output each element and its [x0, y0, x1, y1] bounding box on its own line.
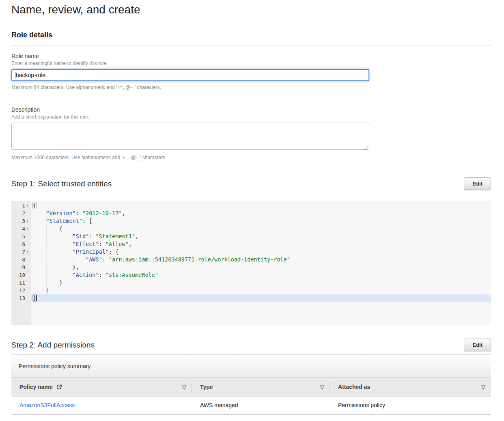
code-line: }: [31, 279, 491, 287]
fold-caret-icon[interactable]: ▾: [25, 219, 31, 223]
line-number: 1▾: [11, 202, 31, 209]
column-label: Type: [200, 384, 213, 390]
step1-heading: Step 1: Select trusted entities: [11, 179, 112, 188]
editor-gutter: 1▾23▾4▾567▾8910111213: [11, 201, 31, 325]
filter-triangle-icon[interactable]: ▽: [481, 384, 485, 390]
code-line: "AWS": "arn:aws:iam::541263489771:role/w…: [31, 256, 491, 263]
line-number: 8: [11, 256, 31, 263]
policy-link[interactable]: AmazonS3FullAccess: [19, 402, 75, 408]
trust-policy-json-editor[interactable]: 1▾23▾4▾567▾8910111213 { "Version": "2012…: [11, 201, 491, 325]
code-line: "Version": "2012-10-17",: [31, 209, 491, 217]
code-line: "Sid": "Statement1",: [31, 233, 491, 240]
filter-triangle-icon[interactable]: ▽: [182, 384, 186, 390]
code-line: {: [31, 225, 491, 233]
line-number: 5: [11, 233, 31, 240]
text-cursor: [36, 295, 37, 301]
code-line: "Action": "sts:AssumeRole": [31, 271, 491, 279]
policy-table-header: Policy name ▽ Type ▽ Attached a: [11, 378, 491, 397]
code-line: "Statement": [: [31, 217, 491, 225]
cell-attached-as: Permissions policy: [330, 397, 491, 414]
description-field: Description Add a short explanation for …: [11, 106, 491, 160]
column-label: Attached as: [338, 384, 370, 390]
code-line: {: [31, 202, 491, 209]
permissions-panel: Permissions policy summary Policy name ▽…: [11, 354, 491, 415]
step2-section: Step 2: Add permissions Edit Permissions…: [11, 339, 491, 415]
external-link-icon: [56, 384, 62, 390]
line-number: 4▾: [11, 225, 31, 233]
line-number: 11: [11, 279, 31, 287]
line-number: 7▾: [11, 248, 31, 256]
column-header-attached-as[interactable]: Attached as ▽: [330, 378, 491, 396]
code-line: },: [31, 263, 491, 271]
policy-table-body: AmazonS3FullAccessAWS managedPermissions…: [11, 397, 491, 415]
permissions-panel-title: Permissions policy summary: [11, 355, 491, 378]
fold-caret-icon[interactable]: ▾: [25, 250, 31, 254]
description-label: Description: [11, 106, 491, 113]
page: Name, review, and create Role details Ro…: [11, 3, 491, 415]
code-line: "Principal": {: [31, 248, 491, 256]
line-number: 12: [11, 287, 31, 294]
filter-triangle-icon[interactable]: ▽: [320, 384, 324, 390]
code-line: "Effect": "Allow",: [31, 240, 491, 248]
role-name-input[interactable]: [11, 69, 369, 81]
description-textarea[interactable]: [11, 123, 369, 150]
step1-edit-button[interactable]: Edit: [464, 177, 491, 190]
role-name-constraint: Maximum 64 characters. Use alphanumeric …: [11, 84, 491, 90]
role-details-heading: Role details: [11, 31, 491, 39]
role-name-field: Role name Enter a meaningful name to ide…: [11, 53, 491, 90]
fold-caret-icon[interactable]: ▾: [25, 227, 31, 231]
divider: [11, 45, 491, 45]
code-line: ]: [31, 287, 491, 294]
text-cursor: [15, 72, 15, 78]
page-title: Name, review, and create: [11, 3, 491, 16]
column-header-type[interactable]: Type ▽: [192, 378, 330, 396]
role-name-help: Enter a meaningful name to identify this…: [11, 60, 491, 66]
column-header-policy-name[interactable]: Policy name ▽: [11, 378, 192, 396]
line-number: 6: [11, 240, 31, 248]
fold-caret-icon[interactable]: ▾: [25, 204, 31, 207]
description-constraint: Maximum 1000 characters. Use alphanumeri…: [11, 155, 491, 160]
description-help: Add a short explanation for this role.: [11, 114, 491, 120]
step2-heading: Step 2: Add permissions: [11, 341, 95, 350]
line-number: 13: [11, 294, 31, 302]
line-number: 2: [11, 209, 31, 217]
table-row: AmazonS3FullAccessAWS managedPermissions…: [11, 397, 491, 415]
role-details-section: Role details Role name Enter a meaningfu…: [11, 31, 491, 160]
code-line: }: [31, 294, 491, 302]
line-number: 3▾: [11, 217, 31, 225]
step2-edit-button[interactable]: Edit: [464, 339, 491, 351]
line-number: 9: [11, 263, 31, 271]
cell-type: AWS managed: [192, 397, 330, 414]
role-name-label: Role name: [11, 53, 491, 59]
step1-section: Step 1: Select trusted entities Edit 1▾2…: [11, 177, 491, 325]
editor-code: { "Version": "2012-10-17", "Statement": …: [31, 201, 491, 325]
column-label: Policy name: [19, 384, 53, 390]
line-number: 10: [11, 271, 31, 279]
cell-policy-name: AmazonS3FullAccess: [11, 397, 192, 414]
